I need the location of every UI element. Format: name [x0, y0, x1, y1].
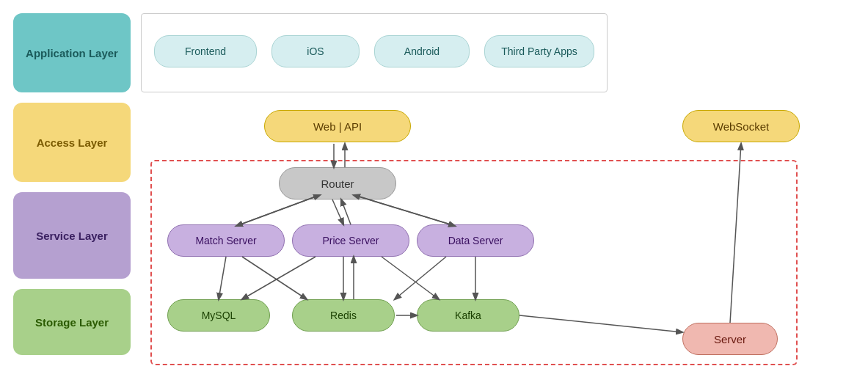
app-android-box: Android: [374, 35, 470, 67]
match-server-label: Match Server: [195, 235, 256, 246]
app-thirdparty-box: Third Party Apps: [484, 35, 594, 67]
layer-storage: Storage Layer: [13, 289, 131, 355]
service-layer-label: Service Layer: [36, 230, 108, 242]
data-server-label: Data Server: [448, 235, 503, 246]
redis-label: Redis: [330, 310, 357, 321]
diagram-container: Application Layer Access Layer Service L…: [0, 0, 868, 377]
mysql-label: MySQL: [202, 310, 236, 321]
kafka-label: Kafka: [455, 310, 481, 321]
storage-layer-label: Storage Layer: [35, 316, 109, 329]
arrow-kafka-to-server: [519, 315, 682, 332]
arrow-match-to-redis: [242, 257, 307, 299]
price-server-label: Price Server: [322, 235, 379, 246]
arrow-router-to-price: [332, 200, 343, 224]
websocket-label: WebSocket: [713, 120, 769, 133]
app-frontend-box: Frontend: [154, 35, 257, 67]
arrow-match-to-mysql: [219, 257, 226, 299]
arrow-data-to-redis: [395, 257, 446, 299]
web-api-label: Web | API: [313, 120, 362, 133]
application-layer-label: Application Layer: [26, 47, 118, 59]
frontend-label: Frontend: [185, 45, 226, 57]
server-pink-box: Server: [682, 323, 778, 355]
arrow-router-to-match: [236, 197, 316, 226]
arrow-data-to-router: [354, 195, 451, 224]
arrow-price-to-mysql: [242, 257, 316, 299]
redis-box: Redis: [292, 299, 395, 332]
kafka-box: Kafka: [417, 299, 519, 332]
router-box: Router: [279, 167, 396, 200]
websocket-box: WebSocket: [682, 110, 800, 142]
arrow-server-to-websocket: [730, 144, 741, 323]
layer-access: Access Layer: [13, 103, 131, 182]
router-label: Router: [321, 177, 354, 190]
arrow-match-to-router: [241, 195, 320, 224]
mysql-box: MySQL: [167, 299, 270, 332]
arrow-price-to-router: [341, 200, 351, 224]
access-layer-label: Access Layer: [37, 136, 108, 149]
thirdparty-label: Third Party Apps: [501, 45, 577, 57]
web-api-box: Web | API: [264, 110, 411, 142]
data-server-box: Data Server: [417, 224, 534, 257]
android-label: Android: [404, 45, 440, 57]
layer-service: Service Layer: [13, 192, 131, 279]
app-ios-box: iOS: [271, 35, 360, 67]
match-server-box: Match Server: [167, 224, 285, 257]
server-label: Server: [714, 333, 746, 345]
layer-application: Application Layer: [13, 13, 131, 92]
ios-label: iOS: [307, 45, 324, 57]
arrow-price-to-kafka: [382, 257, 439, 299]
price-server-box: Price Server: [292, 224, 409, 257]
arrow-router-to-data: [360, 197, 455, 226]
